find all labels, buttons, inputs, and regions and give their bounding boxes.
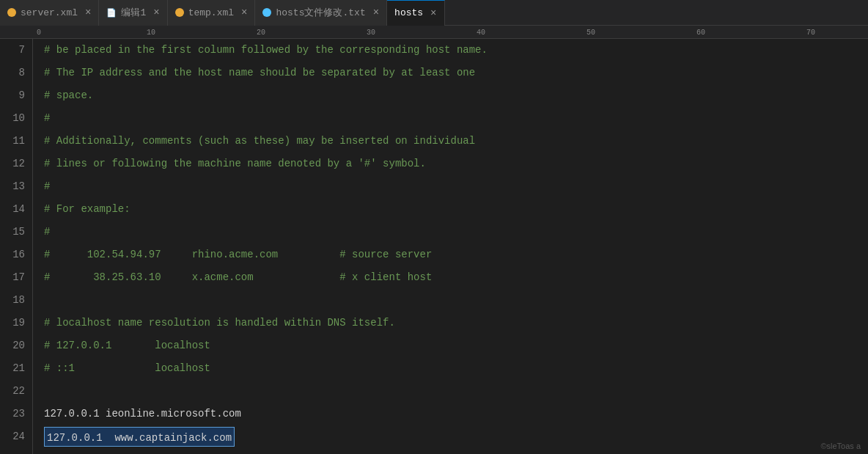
line-num-22: 22 <box>11 380 25 403</box>
code-line-8: # The IP address and the host name shoul… <box>44 62 868 84</box>
line-num-24: 24 <box>11 425 25 448</box>
code-line-21: # ::1 localhost <box>44 357 868 380</box>
line-num-18: 18 <box>11 289 25 312</box>
code-line-20: # 127.0.0.1 localhost <box>44 334 868 357</box>
tab-server-xml[interactable]: server.xml × <box>0 0 99 26</box>
ruler-mark-20: 20 <box>257 29 265 37</box>
code-line-24: 127.0.0.1 www.captainjack.com <box>44 425 868 448</box>
code-line-18 <box>44 289 868 312</box>
ruler-mark-30: 30 <box>367 29 375 37</box>
code-content[interactable]: # be placed in the first column followed… <box>33 39 868 454</box>
ruler-mark-50: 50 <box>586 29 595 37</box>
code-line-11: # Additionally, comments (such as these)… <box>44 130 868 153</box>
tab-close-temp-xml[interactable]: × <box>241 7 247 18</box>
code-line-16: # 102.54.94.97 rhino.acme.com # source s… <box>44 244 868 266</box>
tab-close-hosts-modify[interactable]: × <box>373 7 379 18</box>
ruler-mark-70: 70 <box>806 29 815 37</box>
code-line-19: # localhost name resolution is handled w… <box>44 312 868 334</box>
line-num-17: 17 <box>11 266 25 289</box>
line-num-11: 11 <box>11 130 25 153</box>
watermark: ©sleToas a <box>820 442 861 450</box>
code-line-23: 127.0.0.1 ieonline.microsoft.com <box>44 403 868 425</box>
code-line-14: # For example: <box>44 198 868 221</box>
tab-hosts-modify[interactable]: hosts文件修改.txt × <box>255 0 387 26</box>
line-num-19: 19 <box>11 312 25 334</box>
line-numbers: 7 8 9 10 11 12 13 14 15 16 17 18 19 20 2… <box>0 39 33 454</box>
tab-label: 编辑1 <box>121 6 146 19</box>
line-num-21: 21 <box>11 357 25 380</box>
line-num-15: 15 <box>11 221 25 244</box>
ruler-mark-10: 10 <box>147 29 155 37</box>
tab-label: hosts文件修改.txt <box>276 6 365 19</box>
line-num-10: 10 <box>11 107 25 130</box>
code-line-10: # <box>44 107 868 130</box>
tab-hosts[interactable]: hosts × <box>387 0 444 26</box>
code-line-7: # be placed in the first column followed… <box>44 39 868 62</box>
line-num-7: 7 <box>11 39 25 62</box>
line-num-23: 23 <box>11 403 25 425</box>
line-num-13: 13 <box>11 175 25 198</box>
ruler-mark-0: 0 <box>37 29 41 37</box>
code-line-15: # <box>44 221 868 244</box>
tab-label: temp.xml <box>188 7 234 18</box>
ruler: 0 10 20 30 40 50 60 70 <box>0 26 868 39</box>
tab-close-edit1[interactable]: × <box>153 7 159 18</box>
tab-close-server-xml[interactable]: × <box>85 7 91 18</box>
title-bar: server.xml × 📄 编辑1 × temp.xml × hosts文件修… <box>0 0 868 26</box>
code-line-17: # 38.25.63.10 x.acme.com # x client host <box>44 266 868 289</box>
code-line-13: # <box>44 175 868 198</box>
line-num-12: 12 <box>11 153 25 175</box>
tab-temp-xml[interactable]: temp.xml × <box>168 0 256 26</box>
line-num-16: 16 <box>11 244 25 266</box>
content-area[interactable]: 7 8 9 10 11 12 13 14 15 16 17 18 19 20 2… <box>0 39 868 454</box>
selected-text-line-24: 127.0.0.1 www.captainjack.com <box>44 427 235 447</box>
xml-icon <box>7 8 16 17</box>
line-num-8: 8 <box>11 62 25 84</box>
txt-icon <box>262 8 271 17</box>
tab-label: server.xml <box>21 7 78 18</box>
xml-icon <box>175 8 184 17</box>
ruler-mark-40: 40 <box>477 29 485 37</box>
file-icon: 📄 <box>106 8 117 18</box>
editor-area: 0 10 20 30 40 50 60 70 7 8 9 10 11 12 13… <box>0 26 868 454</box>
tab-edit1[interactable]: 📄 编辑1 × <box>99 0 167 26</box>
code-line-12: # lines or following the machine name de… <box>44 153 868 175</box>
code-line-9: # space. <box>44 84 868 107</box>
tab-close-hosts[interactable]: × <box>430 8 436 18</box>
code-line-22 <box>44 380 868 403</box>
line-num-20: 20 <box>11 334 25 357</box>
tab-label: hosts <box>394 7 423 18</box>
ruler-mark-60: 60 <box>696 29 705 37</box>
line-num-14: 14 <box>11 198 25 221</box>
line-num-9: 9 <box>11 84 25 107</box>
